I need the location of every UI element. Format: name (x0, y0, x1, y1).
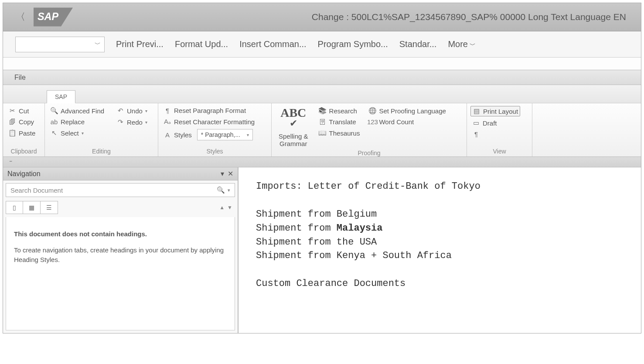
word-editor: File SAP ✂Cut 🗐Copy 📋Paste Clipboard (3, 70, 641, 333)
binoculars-icon: 🔍 (50, 107, 58, 115)
thesaurus-icon: 📖 (319, 129, 327, 137)
thesaurus-label: Thesaurus (329, 129, 360, 137)
group-proofing: ABC ✔ Spelling & Grammar 📚Research 🈂Tran… (272, 103, 467, 156)
ribbon: ✂Cut 🗐Copy 📋Paste Clipboard 🔍Advanced Fi… (3, 103, 641, 157)
reset-para-icon: ¶ (164, 107, 171, 114)
select-button[interactable]: ↖Select ▾ (48, 128, 112, 138)
spelling-label: Spelling & Grammar (279, 133, 308, 147)
translate-button[interactable]: 🈂Translate (317, 117, 362, 126)
doc-line4b: Malaysia (337, 223, 383, 234)
reset-char-label: Reset Character Formatting (174, 118, 255, 126)
thesaurus-button[interactable]: 📖Thesaurus (317, 128, 362, 138)
group-clipboard-label: Clipboard (7, 146, 41, 156)
reset-para-label: Reset Paragraph Format (174, 107, 246, 114)
toolbar-insert-command[interactable]: Insert Comman... (239, 39, 306, 49)
doc-line1: Imports: Letter of Credit-Bank of Tokyo (256, 181, 480, 192)
copy-label: Copy (19, 118, 34, 126)
qat-customize-icon: ⁼ (9, 159, 12, 166)
styles-dropdown[interactable]: * Paragraph,... ▾ (197, 129, 253, 140)
nav-up-icon[interactable]: ▲ (219, 204, 225, 211)
research-icon: 📚 (319, 107, 327, 115)
toolbar-format-upd[interactable]: Format Upd... (175, 39, 228, 49)
nav-dropdown-icon[interactable]: ▾ (221, 170, 224, 178)
nav-tab-results[interactable]: ☰ (41, 201, 58, 214)
navigation-title-bar: Navigation ▾ ✕ (3, 167, 238, 180)
group-styles-label: Styles (162, 146, 268, 156)
chevron-down-icon: ▾ (82, 131, 84, 136)
advanced-find-button[interactable]: 🔍Advanced Find (48, 106, 112, 116)
copy-button[interactable]: 🗐Copy (7, 117, 37, 126)
reset-paragraph-button[interactable]: ¶Reset Paragraph Format (162, 106, 256, 115)
translate-icon: 🈂 (319, 118, 327, 126)
replace-label: Replace (61, 118, 85, 126)
group-view-label: View (470, 146, 528, 156)
research-label: Research (329, 107, 357, 115)
chevron-down-icon: ▾ (145, 109, 147, 113)
paste-button[interactable]: 📋Paste (7, 128, 37, 138)
group-styles: ¶Reset Paragraph Format AₐReset Characte… (158, 103, 272, 156)
nav-tab-pages[interactable]: ▦ (23, 201, 41, 214)
translate-label: Translate (329, 118, 356, 126)
command-field[interactable]: ﹀ (15, 37, 105, 52)
group-editing: 🔍Advanced Find abReplace ↖Select ▾ ↶Undo… (45, 103, 158, 156)
document-area[interactable]: Imports: Letter of Credit-Bank of Tokyo … (239, 167, 641, 333)
nav-close-icon[interactable]: ✕ (228, 170, 233, 178)
word-count-button[interactable]: 123Word Count (367, 117, 447, 126)
svg-text:SAP: SAP (37, 11, 58, 22)
toolbar-standard[interactable]: Standar... (399, 39, 437, 49)
scissors-icon: ✂ (8, 107, 16, 115)
set-lang-label: Set Proofing Language (379, 107, 446, 115)
cursor-icon: ↖ (50, 129, 58, 137)
replace-icon: ab (50, 118, 58, 126)
search-placeholder: Search Document (10, 187, 63, 194)
research-button[interactable]: 📚Research (317, 106, 362, 116)
toolbar-more[interactable]: More﹀ (448, 39, 476, 49)
print-layout-button[interactable]: ▤Print Layout (470, 106, 520, 116)
word-menubar: File (3, 70, 641, 85)
window-title: Change : 500LC1%SAP_1234567890_SAP% 0000… (312, 12, 635, 22)
set-proofing-language-button[interactable]: 🌐Set Proofing Language (367, 106, 447, 116)
undo-icon: ↶ (116, 107, 124, 115)
undo-label: Undo (127, 107, 143, 115)
styles-label: Styles (174, 131, 192, 139)
draft-icon: ▭ (472, 119, 480, 127)
chevron-down-icon: ▾ (145, 120, 147, 125)
nav-tab-headings[interactable]: ▯ (6, 201, 23, 214)
doc-line3: Shipment from Belgium (256, 209, 377, 220)
copy-icon: 🗐 (8, 118, 16, 126)
reset-character-button[interactable]: AₐReset Character Formatting (162, 117, 256, 126)
navigation-search-input[interactable]: Search Document 🔍 ▾ (6, 183, 235, 197)
sap-titlebar: 〈 SAP Change : 500LC1%SAP_1234567890_SAP… (3, 3, 641, 31)
sap-logo: SAP (34, 7, 73, 27)
show-marks-button[interactable]: ¶ (470, 129, 520, 139)
nav-msg-hint: To create navigation tabs, create headin… (14, 245, 227, 265)
spellcheck-icon: ABC ✔ (280, 107, 306, 131)
styles-button[interactable]: AStyles (162, 130, 194, 139)
redo-label: Redo (127, 119, 143, 126)
quick-access-toolbar[interactable]: ⁼ (3, 157, 641, 167)
chevron-down-icon: ▾ (228, 187, 230, 193)
group-proofing-label: Proofing (275, 148, 463, 158)
ribbon-tabstrip: SAP (3, 85, 641, 103)
doc-line8: Custom Clearance Documents (256, 278, 405, 289)
replace-button[interactable]: abReplace (48, 117, 112, 126)
menu-file[interactable]: File (14, 74, 26, 82)
toolbar-program-symbol[interactable]: Program Symbo... (318, 39, 388, 49)
redo-icon: ↷ (116, 118, 124, 126)
group-clipboard: ✂Cut 🗐Copy 📋Paste Clipboard (3, 103, 45, 156)
nav-down-icon[interactable]: ▼ (227, 204, 232, 211)
document-text: Imports: Letter of Credit-Bank of Tokyo … (256, 180, 624, 291)
chevron-down-icon: ﹀ (95, 41, 101, 48)
spacer (3, 58, 641, 70)
tab-sap[interactable]: SAP (47, 90, 75, 103)
back-button[interactable]: 〈 (9, 6, 32, 28)
undo-button[interactable]: ↶Undo ▾ (115, 106, 149, 116)
redo-button[interactable]: ↷Redo ▾ (115, 117, 149, 127)
cut-button[interactable]: ✂Cut (7, 106, 37, 116)
toolbar-print-preview[interactable]: Print Previ... (116, 39, 164, 49)
editor-split: Navigation ▾ ✕ Search Document 🔍 ▾ ▯ ▦ (3, 167, 641, 333)
navigation-title: Navigation (7, 170, 41, 178)
print-layout-label: Print Layout (483, 108, 518, 115)
spelling-grammar-button[interactable]: ABC ✔ Spelling & Grammar (275, 106, 312, 148)
draft-button[interactable]: ▭Draft (470, 118, 520, 128)
